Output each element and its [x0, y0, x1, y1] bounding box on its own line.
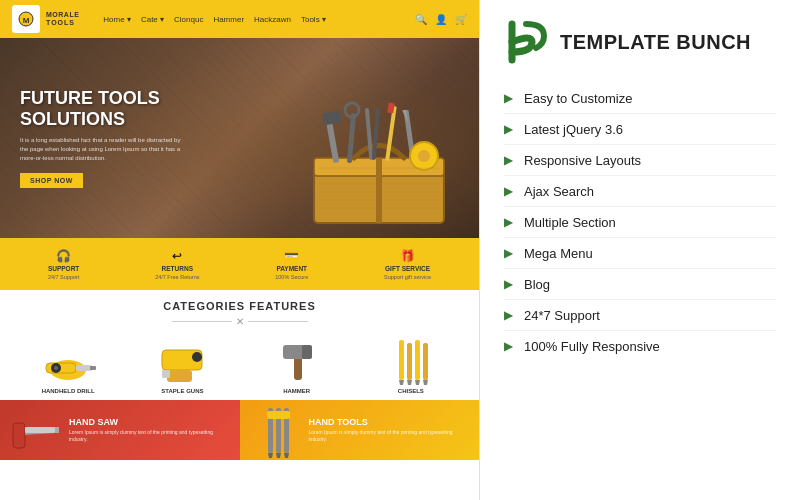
svg-point-27: [54, 366, 58, 370]
feature-label-247-support: 24*7 Support: [524, 308, 600, 323]
svg-rect-6: [322, 111, 342, 126]
divider-line-left: [172, 321, 232, 322]
svg-rect-29: [167, 370, 192, 382]
svg-rect-39: [415, 340, 420, 380]
arrow-icon-8: ▶: [504, 340, 512, 353]
categories-grid: HANDHELD DRILL STAPLE GUNS HA: [14, 335, 465, 394]
svg-rect-25: [90, 366, 96, 370]
feature-label-easy-customize: Easy to Customize: [524, 91, 632, 106]
nav-clonquc[interactable]: Clonquc: [174, 15, 203, 24]
feature-responsive: ▶ Responsive Layouts: [504, 146, 776, 176]
staple-image: [152, 335, 212, 385]
nav-cate[interactable]: Cate ▾: [141, 15, 164, 24]
nav-hammer[interactable]: Hammer: [213, 15, 244, 24]
svg-marker-50: [284, 453, 289, 458]
nav-tools[interactable]: Tools ▾: [301, 15, 326, 24]
returns-icon: ↩: [172, 249, 182, 263]
feature-mega-menu: ▶ Mega Menu: [504, 239, 776, 269]
feature-label-responsive: Responsive Layouts: [524, 153, 641, 168]
payment-label: PAYMENT: [276, 265, 307, 272]
logo-text: MORALE TOOLS: [46, 11, 79, 26]
features-bar: 🎧 SUPPORT 24/7 Support ↩ RETURNS 24/7 Fr…: [0, 238, 479, 290]
feature-label-blog: Blog: [524, 277, 550, 292]
payment-sub: 100% Secure: [275, 274, 308, 280]
svg-rect-10: [372, 108, 381, 160]
saw-image: [8, 403, 63, 458]
hand-saw-desc: Lorem Ipsum is simply dummy text of the …: [69, 429, 232, 443]
tools-image: [248, 403, 303, 458]
svg-rect-41: [423, 343, 428, 380]
bottom-cards: HAND SAW Lorem Ipsum is simply dummy tex…: [0, 400, 479, 460]
feature-ajax: ▶ Ajax Search: [504, 177, 776, 207]
returns-sub: 24/7 Free Returns: [155, 274, 199, 280]
feature-support: 🎧 SUPPORT 24/7 Support: [48, 249, 80, 280]
chisels-label: CHISELS: [398, 388, 424, 394]
gift-label: GIFT SERVICE: [385, 265, 430, 272]
svg-marker-48: [276, 453, 281, 458]
arrow-icon-1: ▶: [504, 123, 512, 136]
chisel-image: [381, 335, 441, 385]
brand-header: TEMPLATE BUNCH: [504, 20, 776, 64]
svg-rect-37: [407, 343, 412, 380]
feature-label-fully-responsive: 100% Fully Responsive: [524, 339, 660, 354]
support-sub: 24/7 Support: [48, 274, 80, 280]
nav-icons: 🔍 👤 🛒: [415, 14, 467, 25]
shop-now-button[interactable]: SHOP NOW: [20, 173, 83, 188]
nav-home[interactable]: Home ▾: [103, 15, 131, 24]
gift-icon: 🎁: [400, 249, 415, 263]
right-panel: TEMPLATE BUNCH ▶ Easy to Customize ▶ Lat…: [480, 0, 800, 500]
arrow-icon-3: ▶: [504, 185, 512, 198]
feature-fully-responsive: ▶ 100% Fully Responsive: [504, 332, 776, 361]
feature-label-mega-menu: Mega Menu: [524, 246, 593, 261]
features-list: ▶ Easy to Customize ▶ Latest jQuery 3.6 …: [504, 84, 776, 361]
hero-toolbox-image: [299, 68, 459, 238]
drill-image: [38, 335, 98, 385]
search-icon[interactable]: 🔍: [415, 14, 427, 25]
drill-label: HANDHELD DRILL: [42, 388, 95, 394]
feature-label-jquery: Latest jQuery 3.6: [524, 122, 623, 137]
arrow-icon-5: ▶: [504, 247, 512, 260]
hand-tools-desc: Lorem Ipsum is simply dummy text of the …: [309, 429, 472, 443]
feature-returns: ↩ RETURNS 24/7 Free Returns: [155, 249, 199, 280]
svg-marker-46: [268, 453, 273, 458]
category-drill[interactable]: HANDHELD DRILL: [14, 335, 122, 394]
svg-rect-30: [162, 370, 170, 378]
hand-saw-title: HAND SAW: [69, 417, 232, 427]
hand-tools-card[interactable]: HAND TOOLS Lorem Ipsum is simply dummy t…: [240, 400, 480, 460]
hand-saw-card[interactable]: HAND SAW Lorem Ipsum is simply dummy tex…: [0, 400, 240, 460]
support-icon: 🎧: [56, 249, 71, 263]
hand-tools-title: HAND TOOLS: [309, 417, 472, 427]
logo-line1: MORALE: [46, 11, 79, 19]
logo-area: M MORALE TOOLS: [12, 5, 79, 33]
feature-gift: 🎁 GIFT SERVICE Support gift service: [384, 249, 431, 280]
svg-rect-35: [399, 340, 404, 380]
hero-title: FUTURE TOOLS SOLUTIONS: [20, 88, 190, 129]
feature-blog: ▶ Blog: [504, 270, 776, 300]
category-hammer[interactable]: HAMMER: [243, 335, 351, 394]
hammer-image: [267, 335, 327, 385]
hand-saw-text: HAND SAW Lorem Ipsum is simply dummy tex…: [69, 417, 232, 443]
user-icon[interactable]: 👤: [435, 14, 447, 25]
cart-icon[interactable]: 🛒: [455, 14, 467, 25]
hero-content: FUTURE TOOLS SOLUTIONS It is a long esta…: [20, 88, 190, 187]
arrow-icon-2: ▶: [504, 154, 512, 167]
staple-label: STAPLE GUNS: [161, 388, 203, 394]
svg-rect-43: [13, 423, 25, 448]
nav-hackzawn[interactable]: Hackzawn: [254, 15, 291, 24]
svg-text:M: M: [23, 16, 30, 25]
category-staple[interactable]: STAPLE GUNS: [128, 335, 236, 394]
navbar: M MORALE TOOLS Home ▾ Cate ▾ Clonquc Ham…: [0, 0, 479, 38]
svg-rect-44: [25, 427, 55, 433]
template-bunch-logo: [504, 20, 548, 64]
svg-rect-9: [365, 108, 374, 160]
feature-label-multiple-section: Multiple Section: [524, 215, 616, 230]
payment-icon: 💳: [284, 249, 299, 263]
returns-label: RETURNS: [162, 265, 193, 272]
feature-jquery: ▶ Latest jQuery 3.6: [504, 115, 776, 145]
hero-section: FUTURE TOOLS SOLUTIONS It is a long esta…: [0, 38, 479, 238]
arrow-icon-7: ▶: [504, 309, 512, 322]
hand-tools-text: HAND TOOLS Lorem Ipsum is simply dummy t…: [309, 417, 472, 443]
arrow-icon-0: ▶: [504, 92, 512, 105]
categories-section: CATEGORIES FEATURES ✕ HANDHELD DRILL: [0, 290, 479, 394]
category-chisels[interactable]: CHISELS: [357, 335, 465, 394]
